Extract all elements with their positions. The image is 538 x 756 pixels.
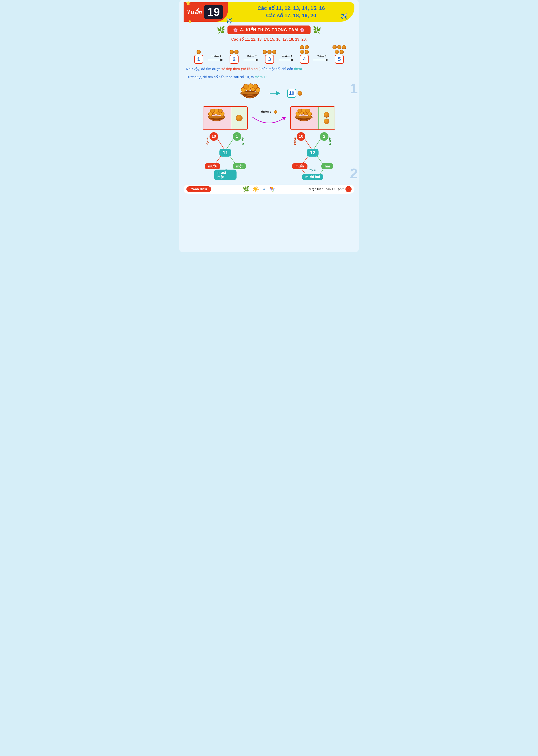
svg-line-22 xyxy=(227,138,234,149)
tuan-label: Tuần xyxy=(187,8,202,16)
arc-area: thêm 1 xyxy=(250,106,288,129)
arrow-2-3: thêm 1 xyxy=(241,55,262,64)
footer-star-icon: ★ xyxy=(262,187,266,192)
footer-sun-icon: ☀️ xyxy=(252,186,259,192)
svg-line-25 xyxy=(215,169,221,177)
svg-line-24 xyxy=(229,155,236,164)
footer: Cánh diều 🌿 ☀️ ★ 🪁 Bài tập tuần Toán 1 •… xyxy=(184,185,354,194)
basket-right-11 xyxy=(231,107,247,129)
num-box-ten: 10 xyxy=(287,89,296,98)
them1-arc-label: thêm 1 xyxy=(261,110,277,114)
oranges-5 xyxy=(332,45,347,54)
orange-12-2 xyxy=(324,119,329,124)
arrow-label-3: thêm 1 xyxy=(282,55,292,58)
svg-point-33 xyxy=(305,109,310,113)
footer-plant-icon: 🌿 xyxy=(243,186,249,192)
teal-arrow xyxy=(270,91,282,96)
basket-10-area: 10 xyxy=(184,83,354,104)
footer-kite-icon: 🪁 xyxy=(269,186,275,192)
two-oranges-12 xyxy=(324,112,329,124)
oranges-4 xyxy=(298,45,311,54)
arrow-label-1: thêm 1 xyxy=(211,55,221,58)
svg-line-37 xyxy=(302,155,309,164)
publisher-label: Cánh diều xyxy=(187,186,211,192)
header-line1: Các số 11, 12, 13, 14, 15, 16 xyxy=(257,5,325,12)
header-line2: Các số 17, 18, 19, 20 xyxy=(266,12,316,19)
svg-line-26 xyxy=(230,169,236,177)
oranges-3 xyxy=(262,46,277,54)
svg-point-32 xyxy=(301,109,306,112)
ten-plus-one: 10 xyxy=(287,89,302,98)
tuan-box: ⭐ ⭐ Tuần 19 ✈️ xyxy=(184,2,228,22)
num-box-3: 3 xyxy=(265,55,274,64)
oranges-2 xyxy=(227,46,241,54)
svg-point-9 xyxy=(248,84,253,88)
basket-left-12 xyxy=(291,107,318,129)
arrow-4-5: thêm 1 xyxy=(311,55,332,64)
plane-icon-right: ✈️ xyxy=(340,13,347,20)
svg-line-40 xyxy=(317,169,323,177)
basket-10 xyxy=(236,83,264,104)
arrow-1-2: thêm 1 xyxy=(206,55,227,64)
orange-12-1 xyxy=(324,112,329,118)
svg-line-36 xyxy=(314,138,321,149)
one-orange xyxy=(297,91,302,95)
basket-left-11 xyxy=(203,107,231,129)
svg-point-34 xyxy=(295,116,312,119)
basket-card-12 xyxy=(290,106,335,130)
svg-point-8 xyxy=(243,84,248,89)
svg-line-21 xyxy=(217,138,224,149)
svg-point-11 xyxy=(241,92,259,95)
seq-item-3: 3 xyxy=(262,46,277,64)
header-banner: ⭐ ⭐ Tuần 19 ✈️ Các số 11, 12, 13, 14, 15… xyxy=(184,2,354,22)
svg-line-23 xyxy=(215,155,222,164)
seq-item-4: 4 xyxy=(298,45,311,64)
seq-item-5: 5 xyxy=(332,45,347,64)
basket-diagram-11: 10 đọc là 1 đọc là 11 m xyxy=(203,106,248,181)
arrow-label-2: thêm 1 xyxy=(247,55,257,58)
margin-num-2: 2 xyxy=(350,165,358,182)
arc-orange xyxy=(274,110,277,114)
footer-right: Bài tập tuần Toán 1 • Tập 2 3 xyxy=(306,186,351,192)
num-box-5: 5 xyxy=(335,55,344,64)
footer-deco: 🌿 ☀️ ★ 🪁 xyxy=(243,186,275,192)
explain-text-1: Như vậy, để tìm được số tiếp theo (số li… xyxy=(186,66,354,72)
svg-point-20 xyxy=(208,116,225,119)
seq-item-2: 2 xyxy=(227,46,241,64)
single-orange-11 xyxy=(236,115,242,121)
explain-text-2: Tương tự, để tìm số tiếp theo sau số 10,… xyxy=(186,74,354,80)
two-basket-section: 10 đọc là 1 đọc là 11 m xyxy=(184,106,354,181)
arrow-label-4: thêm 1 xyxy=(317,55,327,58)
section-a-header: 🌿 🌸 A. KIẾN THỨC TRỌNG TÂM 🌸 🌿 xyxy=(184,26,354,34)
svg-point-18 xyxy=(214,109,219,112)
section-a-title: A. KIẾN THỨC TRỌNG TÂM xyxy=(240,28,298,32)
num-box-4: 4 xyxy=(300,55,309,64)
num-box-2: 2 xyxy=(230,55,239,64)
seq-item-1: 1 xyxy=(191,46,206,64)
oranges-1 xyxy=(191,46,206,54)
page: ★ ★ ★ ★ ☀️ 📏 ⭐ ⭐ Tuần 19 ✈️ Các số 11, 1… xyxy=(179,0,359,252)
basket-right-12 xyxy=(318,107,335,129)
page-number: 3 xyxy=(346,186,351,192)
svg-point-19 xyxy=(218,109,223,113)
book-info: Bài tập tuần Toán 1 • Tập 2 xyxy=(306,187,344,191)
tuan-number: 19 xyxy=(204,5,223,19)
them1-text: thêm 1 xyxy=(261,110,271,114)
svg-point-10 xyxy=(253,84,258,89)
basket-card-11 xyxy=(203,106,248,130)
num-box-1: 1 xyxy=(194,55,203,64)
margin-num-1: 1 xyxy=(350,80,358,96)
leaf-left-icon: 🌿 xyxy=(217,26,225,34)
leaf-right-icon: 🌿 xyxy=(313,26,321,34)
svg-line-35 xyxy=(304,138,311,149)
num-diagram-12: 10 đọc là 2 đọc là 12 mười hai xyxy=(290,131,335,181)
arrow-3-4: thêm 1 xyxy=(277,55,298,64)
svg-point-31 xyxy=(297,109,302,113)
header-title: Các số 11, 12, 13, 14, 15, 16 Các số 17,… xyxy=(228,2,354,22)
svg-line-38 xyxy=(316,155,323,164)
section-a-box: 🌸 A. KIẾN THỨC TRỌNG TÂM 🌸 xyxy=(228,26,310,34)
svg-point-17 xyxy=(210,109,214,113)
basket-diagram-12: 10 đọc là 2 đọc là 12 mười hai xyxy=(290,106,335,181)
number-sequence: 1 thêm 1 2 thêm 1 xyxy=(184,45,354,64)
num-diagram-11: 10 đọc là 1 đọc là 11 m xyxy=(203,131,248,181)
